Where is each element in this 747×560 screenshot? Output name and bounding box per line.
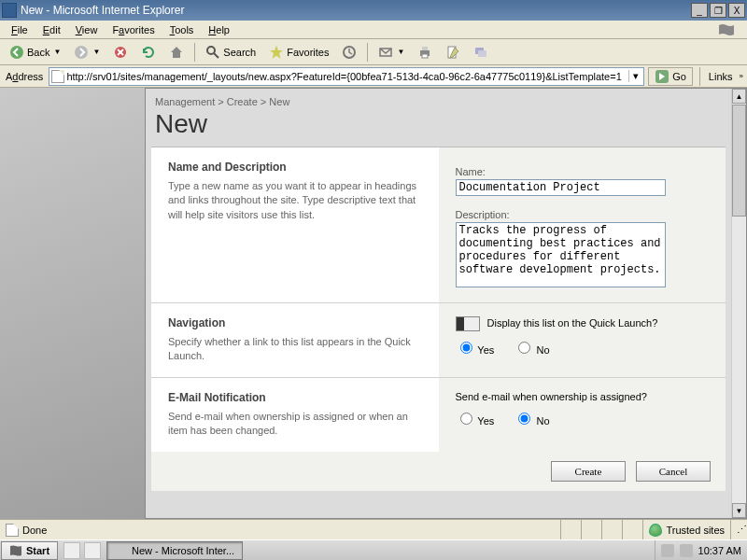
- security-zone: Trusted sites: [642, 520, 730, 539]
- section-email: E-Mail Notification Send e-mail when own…: [151, 378, 726, 452]
- search-icon: [205, 45, 220, 60]
- svg-rect-9: [422, 54, 428, 58]
- nav-yes-radio[interactable]: Yes: [456, 344, 495, 356]
- menu-tools[interactable]: Tools: [162, 22, 202, 37]
- tray-icon[interactable]: [661, 544, 674, 557]
- breadcrumb-create[interactable]: Create: [227, 96, 258, 107]
- nav-no-radio[interactable]: No: [514, 344, 549, 356]
- edit-button[interactable]: [440, 42, 466, 63]
- description-field[interactable]: [456, 222, 666, 287]
- home-icon: [169, 45, 184, 60]
- quicklaunch-desktop-icon[interactable]: [63, 542, 80, 559]
- status-grip: ⋰: [730, 520, 747, 539]
- forward-icon: [74, 45, 89, 60]
- breadcrumb-new: New: [269, 96, 289, 107]
- menu-help[interactable]: Help: [201, 22, 237, 37]
- breadcrumb-management[interactable]: Management: [155, 96, 215, 107]
- shield-icon: [649, 524, 662, 537]
- back-button[interactable]: Back ▼: [4, 42, 66, 63]
- breadcrumb: Management > Create > New: [151, 94, 731, 109]
- chevron-down-icon: ▼: [397, 48, 404, 56]
- start-button[interactable]: Start: [1, 541, 58, 560]
- section-navigation: Navigation Specify whether a link to thi…: [151, 303, 726, 378]
- star-icon: [269, 45, 284, 60]
- forward-button[interactable]: ▼: [68, 42, 106, 63]
- favorites-button[interactable]: Favorites: [263, 42, 334, 63]
- menu-view[interactable]: View: [68, 22, 106, 37]
- go-label: Go: [672, 71, 686, 82]
- taskbar-task-ie[interactable]: New - Microsoft Inter...: [106, 541, 243, 560]
- links-label[interactable]: Links: [707, 71, 735, 82]
- status-pane: [581, 520, 601, 539]
- left-gutter: [0, 88, 145, 519]
- mail-icon: [378, 45, 393, 60]
- form-card: Name and Description Type a new name as …: [151, 147, 726, 491]
- go-button[interactable]: Go: [648, 67, 693, 86]
- quicklaunch-ie-icon[interactable]: [84, 542, 101, 559]
- window-title: New - Microsoft Internet Explorer: [21, 4, 689, 17]
- restore-button[interactable]: ❐: [710, 3, 726, 18]
- chevron-right-icon[interactable]: »: [740, 72, 743, 80]
- description-label: Description:: [456, 209, 710, 220]
- taskbar: Start New - Microsoft Inter... 10:37 AM: [0, 539, 747, 560]
- page-container: Management > Create > New New Name and D…: [145, 88, 747, 519]
- edit-icon: [445, 45, 460, 60]
- email-question: Send e-mail when ownership is assigned?: [456, 391, 710, 402]
- toolbar-separator: [367, 43, 368, 62]
- svg-point-1: [75, 46, 88, 59]
- browser-viewport: Management > Create > New New Name and D…: [0, 88, 747, 519]
- start-label: Start: [26, 545, 49, 556]
- history-icon: [342, 45, 357, 60]
- toolbar-separator: [699, 67, 700, 86]
- stop-button[interactable]: [107, 42, 134, 63]
- search-button[interactable]: Search: [200, 42, 261, 63]
- section-heading: Name and Description: [168, 161, 422, 174]
- email-yes-radio[interactable]: Yes: [456, 415, 495, 427]
- create-button[interactable]: Create: [551, 461, 626, 482]
- minimize-button[interactable]: _: [691, 3, 708, 18]
- scroll-up-icon[interactable]: ▲: [732, 89, 746, 104]
- stop-icon: [113, 45, 128, 60]
- tray-icon[interactable]: [680, 544, 693, 557]
- window-titlebar: New - Microsoft Internet Explorer _ ❐ X: [0, 0, 747, 21]
- name-field[interactable]: [456, 179, 666, 196]
- print-icon: [417, 45, 432, 60]
- back-icon: [9, 45, 24, 60]
- quicklaunch-question: Display this list on the Quick Launch?: [456, 316, 710, 331]
- discuss-icon: [473, 45, 488, 60]
- vertical-scrollbar[interactable]: ▲ ▼: [731, 89, 746, 518]
- cancel-button[interactable]: Cancel: [636, 461, 711, 482]
- close-button[interactable]: X: [728, 3, 745, 18]
- email-no-radio[interactable]: No: [514, 415, 549, 427]
- quick-launch: [63, 542, 101, 559]
- status-text: Done: [22, 525, 47, 536]
- name-label: Name:: [456, 166, 710, 177]
- windows-flag-icon: [9, 545, 22, 556]
- print-button[interactable]: [412, 42, 438, 63]
- status-pane: [622, 520, 642, 539]
- history-button[interactable]: [336, 42, 362, 63]
- section-heading: Navigation: [168, 316, 422, 329]
- svg-rect-8: [422, 47, 428, 50]
- address-dropdown-icon[interactable]: ▾: [628, 70, 641, 82]
- mail-button[interactable]: ▼: [373, 42, 410, 63]
- menu-file[interactable]: FFileile: [4, 22, 35, 37]
- address-bar: Address http://srv01/sites/management/_l…: [0, 65, 747, 88]
- scroll-down-icon[interactable]: ▼: [732, 503, 746, 518]
- page-title: New: [151, 109, 731, 147]
- dialog-button-row: Create Cancel: [151, 452, 726, 491]
- navigation-toolbar: Back ▼ ▼ Search Favorites ▼: [0, 39, 747, 65]
- home-button[interactable]: [163, 42, 190, 63]
- page-icon: [51, 70, 64, 83]
- discuss-button[interactable]: [468, 42, 494, 63]
- ie-icon: [2, 3, 17, 18]
- refresh-button[interactable]: [135, 42, 162, 63]
- search-label: Search: [223, 47, 256, 58]
- address-input[interactable]: http://srv01/sites/management/_layouts/n…: [49, 67, 644, 86]
- menu-edit[interactable]: Edit: [35, 22, 68, 37]
- svg-point-3: [207, 47, 215, 54]
- system-tray: 10:37 AM: [655, 540, 747, 560]
- menu-favorites[interactable]: Favorites: [105, 22, 162, 37]
- address-url: http://srv01/sites/management/_layouts/n…: [66, 71, 628, 82]
- scroll-thumb[interactable]: [732, 105, 746, 217]
